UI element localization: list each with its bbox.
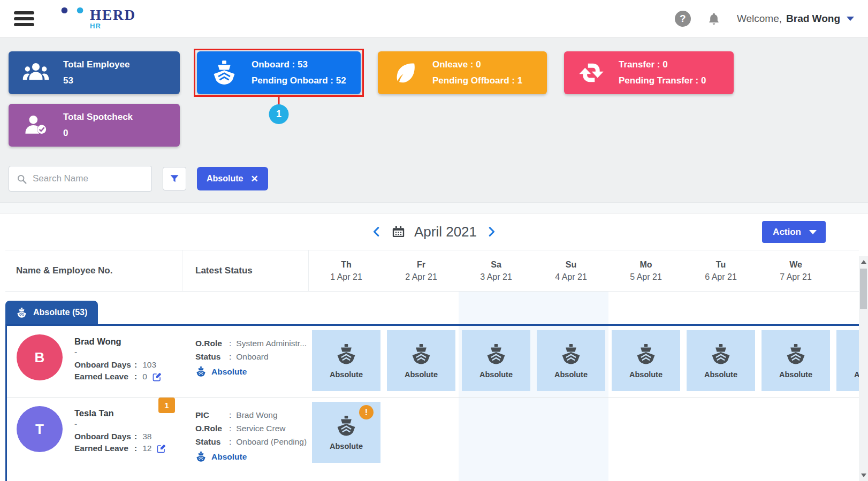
- column-header-day: Tu6 Apr 21: [683, 250, 758, 291]
- table-row: B Brad Wong - Onboard Days:103 Earned Le…: [7, 326, 859, 398]
- absolute-status-link[interactable]: Absolute: [195, 451, 309, 462]
- attendance-cell-absolute[interactable]: Absolute: [836, 330, 859, 391]
- vertical-scrollbar[interactable]: [859, 256, 868, 481]
- status-value: Onboard (Pending): [236, 436, 307, 447]
- card-onboard-line2: Pending Onboard : 52: [252, 73, 346, 89]
- edit-earned-leave-icon[interactable]: [156, 444, 166, 454]
- attendance-cell-absolute[interactable]: Absolute: [537, 330, 605, 391]
- annotation-badge-1: 1: [269, 104, 289, 124]
- schedule-panel: April 2021 Action Name & Employee No. La…: [0, 213, 868, 481]
- card-total-employee[interactable]: Total Employee 53: [9, 51, 180, 94]
- field-label: Onboard Days: [74, 359, 133, 371]
- card-total-employee-title: Total Employee: [63, 57, 130, 73]
- leaf-icon: [392, 59, 418, 86]
- chip-close-icon[interactable]: ✕: [250, 173, 258, 185]
- role-value: System Administr...: [236, 338, 307, 349]
- filter-chip-absolute[interactable]: Absolute ✕: [197, 167, 268, 190]
- card-spotcheck-value: 0: [63, 125, 133, 141]
- action-label: Action: [773, 227, 801, 238]
- help-icon[interactable]: ?: [675, 11, 691, 27]
- section-divider: [0, 202, 868, 213]
- avatar: T: [17, 406, 63, 452]
- ship-icon: [195, 451, 207, 462]
- user-menu[interactable]: Welcome, Brad Wong: [737, 13, 854, 25]
- latest-status-cell: O.Role:System Administr... Status:Onboar…: [182, 326, 309, 397]
- annotation-label: 1: [276, 109, 281, 120]
- card-onboard[interactable]: Onboard : 53 Pending Onboard : 52: [197, 51, 361, 94]
- filter-button[interactable]: [163, 167, 186, 190]
- onboard-days-value: 103: [142, 359, 156, 371]
- calendar-navigation: April 2021 Action: [0, 213, 868, 250]
- employee-rows: B Brad Wong - Onboard Days:103 Earned Le…: [5, 326, 859, 481]
- user-name: Brad Wong: [786, 13, 840, 25]
- scrollbar-up-arrow[interactable]: [859, 257, 868, 266]
- action-dropdown-button[interactable]: Action: [762, 221, 826, 243]
- card-transfer[interactable]: Transfer : 0 Pending Transfer : 0: [564, 51, 734, 94]
- warning-badge-icon: !: [359, 405, 374, 419]
- brand-title: HERD: [90, 7, 136, 24]
- pic-value: Brad Wong: [236, 409, 277, 421]
- search-box: [9, 166, 152, 192]
- summary-cards-section: Total Employee 53 Onboard : 53 Pending O…: [0, 37, 868, 147]
- hamburger-menu-icon[interactable]: [14, 9, 34, 29]
- current-month-label: April 2021: [414, 224, 477, 240]
- tab-absolute[interactable]: Absolute (53): [5, 301, 98, 324]
- attendance-cell-absolute[interactable]: Absolute: [687, 330, 755, 391]
- latest-status-cell: PIC:Brad Wong O.Role:Service Crew Status…: [182, 398, 309, 481]
- field-label: Earned Leave: [74, 442, 133, 454]
- card-onleave-line2: Pending Offboard : 1: [432, 73, 522, 89]
- employee-no: -: [74, 419, 166, 429]
- card-transfer-line1: Transfer : 0: [619, 57, 706, 73]
- ship-icon: [211, 59, 238, 86]
- ship-icon: [335, 415, 357, 437]
- ship-icon: [16, 307, 27, 318]
- help-glyph: ?: [680, 13, 686, 25]
- brand-logo[interactable]: HERD HR: [59, 6, 136, 31]
- card-onleave[interactable]: Onleave : 0 Pending Offboard : 1: [378, 51, 547, 94]
- employee-name: Brad Wong: [74, 337, 162, 347]
- users-icon: [22, 59, 49, 86]
- attendance-cell-absolute[interactable]: Absolute: [462, 330, 530, 391]
- attendance-cell-absolute[interactable]: Absolute !: [312, 402, 380, 463]
- scrollbar-thumb[interactable]: [860, 269, 867, 309]
- column-header-name: Name & Employee No.: [5, 250, 182, 291]
- logo-u-smile-icon: [59, 6, 86, 31]
- column-header-day: We7 Apr 21: [758, 250, 833, 291]
- filter-toolbar: Absolute ✕: [9, 166, 859, 202]
- table-row: 1 T Tesla Tan - Onboard Days:38 Earned L…: [7, 398, 859, 481]
- column-header-status: Latest Status: [182, 250, 309, 291]
- transfer-arrows-icon: [578, 59, 605, 86]
- card-onboard-line1: Onboard : 53: [252, 57, 346, 73]
- next-month-icon[interactable]: [485, 226, 497, 238]
- edit-earned-leave-icon[interactable]: [152, 372, 162, 382]
- previous-month-icon[interactable]: [371, 226, 383, 238]
- attendance-cell-absolute[interactable]: Absolute: [762, 330, 830, 391]
- status-value: Onboard: [236, 351, 268, 362]
- top-navbar: HERD HR ? Welcome, Brad Wong: [0, 0, 868, 37]
- search-icon: [16, 173, 27, 185]
- column-header-day: Su4 Apr 21: [534, 250, 608, 291]
- employee-name: Tesla Tan: [74, 408, 166, 418]
- field-label: Earned Leave: [74, 371, 133, 383]
- attendance-cell-absolute[interactable]: Absolute: [612, 330, 680, 391]
- ship-icon: [410, 343, 432, 365]
- ship-icon: [710, 343, 732, 365]
- role-value: Service Crew: [236, 423, 285, 434]
- ship-icon: [485, 343, 507, 365]
- attendance-cell-absolute[interactable]: Absolute: [387, 330, 455, 391]
- employee-cell: 1 T Tesla Tan - Onboard Days:38 Earned L…: [7, 398, 182, 481]
- column-header-day: Th1 Apr 21: [309, 250, 384, 291]
- attendance-cell-absolute[interactable]: Absolute: [312, 330, 380, 391]
- onboard-days-value: 38: [142, 431, 151, 442]
- scrollbar-down-arrow[interactable]: [859, 470, 868, 480]
- notifications-bell-icon[interactable]: [707, 12, 721, 26]
- ship-icon: [785, 343, 807, 365]
- table-header-row: Name & Employee No. Latest Status Th1 Ap…: [5, 250, 859, 292]
- card-spotcheck-title: Total Spotcheck: [63, 109, 133, 125]
- column-header-day: Sa3 Apr 21: [459, 250, 534, 291]
- absolute-status-link[interactable]: Absolute: [195, 366, 309, 377]
- field-label: Onboard Days: [74, 431, 133, 442]
- card-total-spotcheck[interactable]: Total Spotcheck 0: [9, 104, 180, 147]
- search-input[interactable]: [33, 173, 144, 184]
- ship-icon: [635, 343, 657, 365]
